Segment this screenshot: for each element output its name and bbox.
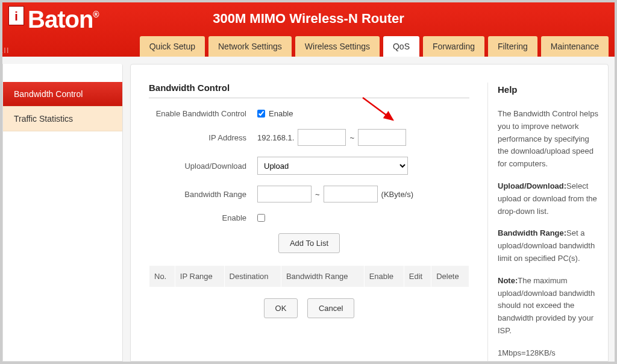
help-p4: Note:The maximum upload/download bandwid… [498,275,598,337]
help-p5: 1Mbps=128KB/s [498,347,598,360]
label-ip-address: IP Address [149,133,257,142]
col-delete: Delete [431,266,469,287]
label-enable-checkbox: Enable [269,109,293,118]
help-panel: Help The Bandwidth Control helps you to … [487,83,608,361]
ip-start-input[interactable] [298,129,346,146]
app-frame: i ball Baton® 300M MIMO Wireless-N Route… [0,0,617,364]
col-destination: Destination [224,266,281,287]
label-upload-download: Upload/Download [149,162,257,171]
logo-ball-text: ball [0,46,24,55]
tab-filtering[interactable]: Filtering [488,36,537,57]
sidebar-item-traffic-statistics[interactable]: Traffic Statistics [3,107,122,131]
sidebar-spacer [3,64,122,82]
bw-range-max-input[interactable] [324,186,378,202]
bandwidth-table: No.IP RangeDestinationBandwidth RangeEna… [149,265,469,287]
help-title: Help [498,83,598,97]
col-no-: No. [149,266,175,287]
help-p3: Bandwidth Range:Set a upload/download ba… [498,227,598,265]
body-area: Bandwidth ControlTraffic Statistics Band… [2,57,615,362]
checkbox-enable-bw[interactable] [257,110,265,118]
col-ip-range: IP Range [175,266,224,287]
ip-prefix: 192.168.1. [257,133,294,142]
add-to-list-button[interactable]: Add To List [278,233,340,253]
col-enable: Enable [364,266,404,287]
col-edit: Edit [404,266,431,287]
ip-end-input[interactable] [358,129,406,146]
label-enable-bw: Enable Bandwidth Control [149,109,257,118]
ok-button[interactable]: OK [264,298,298,318]
range-sep-2: ~ [315,190,320,199]
tab-qos[interactable]: QoS [383,36,419,57]
checkbox-enable-row[interactable] [257,214,265,222]
bw-unit: (KByte/s) [381,190,413,199]
label-bandwidth-range: Bandwidth Range [149,190,257,199]
upload-download-select[interactable]: Upload [257,157,408,175]
tab-network-settings[interactable]: Network Settings [208,36,292,57]
product-title: 300M MIMO Wireless-N Router [2,11,615,27]
tab-wireless-settings[interactable]: Wireless Settings [295,36,380,57]
range-sep: ~ [349,133,354,142]
main-panel: Bandwidth Control Enable Bandwidth Contr… [130,64,609,362]
label-enable-row: Enable [149,213,257,222]
bw-range-min-input[interactable] [257,186,312,202]
content-area: Bandwidth Control Enable Bandwidth Contr… [131,83,487,361]
tab-maintenance[interactable]: Maintenance [541,36,609,57]
col-bandwidth-range: Bandwidth Range [281,266,364,287]
sidebar: Bandwidth ControlTraffic Statistics [2,64,123,362]
help-p1: The Bandwidth Control helps you to impro… [498,108,598,171]
top-tabs: Quick SetupNetwork SettingsWireless Sett… [140,36,609,57]
sidebar-item-bandwidth-control[interactable]: Bandwidth Control [3,82,122,107]
tab-quick-setup[interactable]: Quick Setup [140,36,205,57]
tab-forwarding[interactable]: Forwarding [423,36,484,57]
cancel-button[interactable]: Cancel [307,298,354,318]
header: i ball Baton® 300M MIMO Wireless-N Route… [2,2,615,57]
section-title: Bandwidth Control [149,83,469,98]
help-p2: Upload/Download:Select upload or downloa… [498,180,598,218]
